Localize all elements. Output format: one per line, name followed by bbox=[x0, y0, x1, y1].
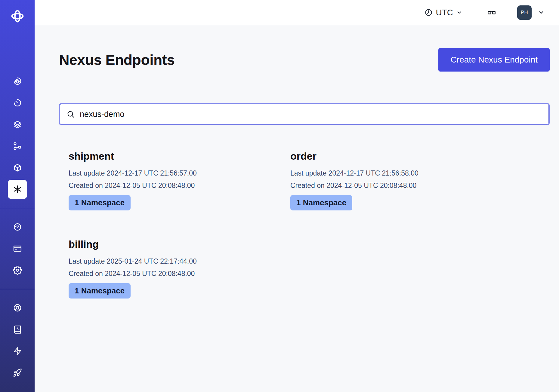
sidebar-item-docs[interactable] bbox=[0, 319, 35, 340]
endpoint-last-update: Last update 2025-01-24 UTC 22:17:44.00 bbox=[69, 255, 281, 268]
endpoint-last-update: Last update 2024-12-17 UTC 21:56:57.00 bbox=[69, 167, 281, 179]
title-row: Nexus Endpoints Create Nexus Endpoint bbox=[59, 48, 550, 72]
account-menu[interactable]: PH bbox=[517, 5, 545, 20]
sidebar-item-batch-operations[interactable] bbox=[0, 157, 35, 179]
nexus-icon bbox=[12, 184, 23, 194]
timezone-selector[interactable]: UTC bbox=[425, 8, 462, 17]
sidebar-item-nexus[interactable] bbox=[0, 179, 35, 200]
sidebar-item-feedback[interactable] bbox=[0, 340, 35, 362]
main-content: Nexus Endpoints Create Nexus Endpoint sh… bbox=[35, 0, 559, 299]
sidebar-group-account bbox=[0, 216, 35, 281]
sidebar-item-schedules[interactable] bbox=[0, 92, 35, 114]
endpoint-name: billing bbox=[69, 237, 281, 251]
temporal-logo-icon bbox=[11, 9, 24, 23]
endpoint-created: Created on 2024-12-05 UTC 20:08:48.00 bbox=[290, 179, 502, 192]
support-icon bbox=[13, 303, 22, 312]
deployments-icon bbox=[13, 142, 22, 151]
home-link[interactable] bbox=[9, 8, 26, 25]
endpoint-created: Created on 2024-12-05 UTC 20:08:48.00 bbox=[69, 268, 281, 280]
endpoint-grid: shipment Last update 2024-12-17 UTC 21:5… bbox=[59, 149, 550, 299]
sidebar-item-billing[interactable] bbox=[0, 238, 35, 259]
sidebar-item-support[interactable] bbox=[0, 297, 35, 319]
search-input[interactable] bbox=[80, 110, 542, 119]
workflows-icon bbox=[13, 77, 22, 86]
endpoint-last-update: Last update 2024-12-17 UTC 21:56:58.00 bbox=[290, 167, 502, 179]
schedules-icon bbox=[13, 98, 22, 107]
page-title: Nexus Endpoints bbox=[59, 52, 175, 68]
sidebar-item-deployments[interactable] bbox=[0, 135, 35, 157]
endpoint-created: Created on 2024-12-05 UTC 20:08:48.00 bbox=[69, 179, 281, 192]
namespaces-icon bbox=[13, 120, 22, 129]
namespace-badge: 1 Namespace bbox=[69, 195, 131, 210]
sidebar-item-getting-started[interactable] bbox=[0, 362, 35, 384]
namespace-badge: 1 Namespace bbox=[290, 195, 352, 210]
docs-icon bbox=[13, 325, 22, 334]
sidebar bbox=[0, 0, 35, 392]
top-header: UTC PH bbox=[35, 0, 559, 25]
sidebar-divider bbox=[0, 208, 35, 208]
create-nexus-endpoint-button[interactable]: Create Nexus Endpoint bbox=[438, 48, 550, 72]
sidebar-group-help bbox=[0, 297, 35, 384]
glasses-icon bbox=[486, 8, 497, 17]
timezone-label: UTC bbox=[436, 8, 453, 17]
feedback-icon bbox=[13, 347, 22, 356]
settings-icon bbox=[13, 266, 22, 275]
endpoint-card-order[interactable]: order Last update 2024-12-17 UTC 21:56:5… bbox=[281, 149, 502, 210]
batch-operations-icon bbox=[13, 163, 22, 172]
labs-mode-toggle[interactable] bbox=[486, 8, 497, 17]
chevron-down-icon bbox=[538, 9, 545, 16]
avatar: PH bbox=[517, 5, 532, 20]
namespace-badge: 1 Namespace bbox=[69, 283, 131, 299]
sidebar-item-settings[interactable] bbox=[0, 259, 35, 281]
usage-icon bbox=[13, 222, 22, 231]
sidebar-item-usage[interactable] bbox=[0, 216, 35, 238]
billing-icon bbox=[13, 244, 22, 253]
sidebar-item-workflows[interactable] bbox=[0, 70, 35, 92]
endpoint-search bbox=[59, 103, 550, 125]
nexus-active-tile bbox=[8, 180, 27, 199]
chevron-down-icon bbox=[456, 9, 462, 16]
search-icon bbox=[66, 110, 75, 118]
getting-started-icon bbox=[13, 368, 22, 377]
sidebar-group-main bbox=[0, 70, 35, 200]
endpoint-card-billing[interactable]: billing Last update 2025-01-24 UTC 22:17… bbox=[59, 237, 281, 299]
sidebar-item-namespaces[interactable] bbox=[0, 114, 35, 135]
endpoint-card-shipment[interactable]: shipment Last update 2024-12-17 UTC 21:5… bbox=[59, 149, 281, 210]
endpoint-name: shipment bbox=[69, 149, 281, 163]
sidebar-divider bbox=[0, 289, 35, 289]
endpoint-name: order bbox=[290, 149, 502, 163]
clock-icon bbox=[425, 8, 433, 17]
